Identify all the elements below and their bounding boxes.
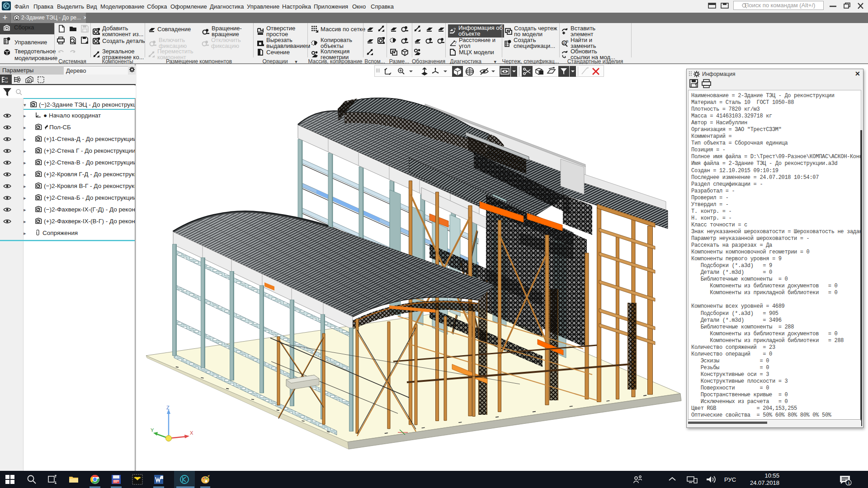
svg-text:1: 1 xyxy=(848,481,850,485)
svg-text:11: 11 xyxy=(5,77,8,80)
svg-text:B: B xyxy=(566,39,568,43)
svg-text:X: X xyxy=(190,430,193,436)
svg-text:12: 12 xyxy=(5,80,8,83)
svg-text:?: ? xyxy=(454,40,457,45)
svg-text:?: ? xyxy=(453,27,456,32)
svg-text:A: A xyxy=(563,41,566,45)
svg-text:Z: Z xyxy=(166,405,170,410)
svg-text:Y: Y xyxy=(151,427,154,433)
